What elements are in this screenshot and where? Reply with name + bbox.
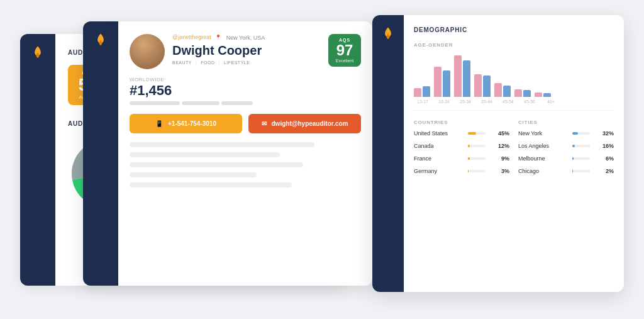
rank-bars [130, 101, 361, 105]
country-bar-2 [468, 157, 470, 160]
profile-username: @janetthegreat [172, 34, 211, 40]
rank-row: Worldwide #1,456 [130, 77, 361, 105]
axis-2: 25-34 [457, 99, 474, 104]
ph-3 [130, 162, 303, 167]
email-icon: ✉ [262, 120, 267, 127]
city-pct-0: 32% [596, 130, 614, 137]
city-name-1: Los Angeles [518, 143, 569, 149]
country-name-2: France [414, 155, 464, 162]
profile-tags: BEAUTY | FOOD | LIFESTYLE [172, 60, 321, 65]
avatar [130, 34, 165, 69]
axis-5: 45-56 [521, 99, 538, 104]
bar-f-2 [454, 55, 462, 97]
profile-header: @janetthegreat 📍 New York, USA Dwight Co… [130, 34, 361, 69]
cities-title: CITIES [518, 120, 614, 125]
flame-icon-front [382, 26, 394, 42]
contact-buttons: 📱 +1-541-754-3010 ✉ dwight@hypeauditor.c… [130, 114, 361, 133]
bar-group-2 [454, 55, 470, 97]
city-row-1: Los Angeles 16% [518, 143, 614, 149]
phone-icon: 📱 [155, 120, 163, 127]
bar-m-5 [523, 90, 531, 97]
ph-2 [130, 152, 280, 157]
country-name-0: United States [414, 130, 464, 137]
ph-5 [130, 182, 292, 187]
country-pct-3: 3% [492, 168, 509, 174]
city-pct-1: 16% [596, 143, 614, 149]
city-row-0: New York 32% [518, 130, 614, 137]
bar-f-3 [474, 74, 482, 97]
back-sidebar [20, 34, 55, 286]
profile-name: Dwight Cooper [172, 43, 321, 58]
tag-lifestyle: LIFESTYLE [224, 60, 250, 65]
bar-m-6 [543, 93, 551, 97]
tag-food: FOOD [201, 60, 214, 65]
rank-bar-1 [130, 101, 180, 105]
country-row-1: Canada 12% [414, 143, 509, 149]
bar-group-5 [514, 89, 531, 97]
bar-group-4 [494, 83, 511, 97]
axis-0: 13-17 [414, 99, 431, 104]
bar-m-1 [443, 70, 450, 97]
bar-group-6 [535, 92, 551, 97]
bar-m-2 [463, 60, 470, 97]
axis-4: 45-54 [499, 99, 517, 104]
country-pct-2: 9% [492, 155, 509, 162]
front-sidebar [372, 15, 404, 292]
country-bar-3 [468, 170, 469, 172]
bar-axis-labels: 13-17 18-24 25-34 35-44 45-54 45-56 46+ [414, 99, 614, 104]
flame-icon-back [31, 45, 44, 60]
rank-bar-3 [221, 101, 253, 105]
phone-button[interactable]: 📱 +1-541-754-3010 [130, 114, 242, 133]
city-bar-3 [572, 170, 573, 172]
country-bar-0 [468, 132, 476, 135]
avatar-image [130, 34, 165, 69]
tag-beauty: BEAUTY [172, 60, 192, 65]
chart-divider [414, 110, 614, 111]
bar-m-4 [503, 86, 511, 97]
bar-group-1 [434, 67, 450, 97]
mid-panel: @janetthegreat 📍 New York, USA Dwight Co… [83, 21, 372, 286]
front-panel: DEMOGRAPHIC AGE-GENDER [372, 15, 624, 292]
phone-number: +1-541-754-3010 [168, 120, 216, 127]
bar-f-5 [514, 89, 522, 97]
aqs-badge: AQS 97 Excellent [328, 34, 361, 67]
ph-4 [130, 172, 257, 177]
axis-1: 18-24 [435, 99, 453, 104]
placeholder-rows [130, 142, 361, 187]
axis-3: 35-44 [478, 99, 496, 104]
bar-f-1 [434, 67, 441, 97]
bar-m-0 [423, 86, 430, 97]
bar-f-4 [494, 83, 502, 97]
city-bar-2 [572, 157, 574, 160]
country-pct-1: 12% [492, 143, 509, 149]
country-pct-0: 45% [492, 130, 509, 137]
bar-chart [414, 53, 614, 97]
flame-icon-mid [94, 33, 107, 48]
email-address: dwight@hypeauditor.com [272, 120, 348, 127]
city-bar-0 [572, 132, 578, 135]
email-button[interactable]: ✉ dwight@hypeauditor.com [248, 114, 361, 133]
rank-value: #1,456 [130, 82, 361, 99]
city-name-2: Melbourne [518, 155, 569, 162]
bar-group-3 [474, 74, 491, 97]
cities-table: CITIES New York 32% Los Angeles 16% Melb… [518, 120, 614, 181]
axis-6: 46+ [542, 99, 560, 104]
rank-label: Worldwide [130, 77, 361, 82]
country-row-3: Germany 3% [414, 168, 509, 174]
city-row-2: Melbourne 6% [518, 155, 614, 162]
mid-sidebar [83, 21, 118, 286]
demo-tables: COUNTRIES United States 45% Canada 12% F… [414, 120, 614, 181]
city-bar-1 [572, 145, 575, 147]
city-name-3: Chicago [518, 168, 569, 174]
countries-title: COUNTRIES [414, 120, 509, 125]
country-name-3: Germany [414, 168, 464, 174]
country-row-2: France 9% [414, 155, 509, 162]
city-row-3: Chicago 2% [518, 168, 614, 174]
countries-table: COUNTRIES United States 45% Canada 12% F… [414, 120, 509, 181]
country-row-0: United States 45% [414, 130, 509, 137]
badge-aqs-sub: Excellent [335, 59, 355, 63]
age-gender-label: AGE-GENDER [414, 42, 614, 48]
country-name-1: Canada [414, 143, 464, 149]
bar-m-3 [483, 76, 491, 97]
tag-sep1: | [196, 60, 197, 65]
